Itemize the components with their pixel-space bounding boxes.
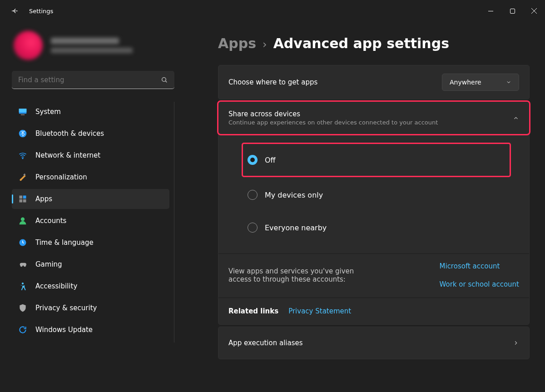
nav-item-update[interactable]: Windows Update	[12, 320, 169, 340]
nav-item-gaming[interactable]: Gaming	[12, 254, 169, 274]
maximize-button[interactable]	[501, 4, 523, 18]
link-work-school-account[interactable]: Work or school account	[440, 280, 519, 288]
nav-label: Windows Update	[35, 326, 93, 334]
nav-label: Accessibility	[35, 282, 77, 290]
brush-icon	[18, 173, 27, 182]
system-icon	[18, 107, 27, 116]
maximize-icon	[510, 9, 515, 14]
shield-icon	[18, 303, 27, 313]
radio-indicator	[248, 155, 258, 165]
profile-block[interactable]	[9, 22, 174, 71]
chevron-down-icon	[506, 79, 511, 85]
related-links-label: Related links	[228, 307, 278, 315]
profile-email	[51, 48, 133, 53]
search-input[interactable]	[18, 76, 161, 84]
radio-indicator	[248, 190, 258, 200]
arrow-left-icon	[10, 7, 19, 15]
share-across-subtitle: Continue app experiences on other device…	[228, 119, 505, 126]
nav-item-accessibility[interactable]: Accessibility	[12, 276, 169, 296]
radio-my-devices[interactable]: My devices only	[244, 180, 327, 210]
share-across-header[interactable]: Share across devices Continue app experi…	[218, 102, 529, 134]
window-title: Settings	[29, 8, 53, 15]
svg-rect-7	[19, 109, 27, 112]
nav-label: Time & language	[35, 238, 94, 247]
choose-apps-title: Choose where to get apps	[228, 78, 434, 86]
page-title: Advanced app settings	[273, 35, 449, 51]
radio-everyone-nearby[interactable]: Everyone nearby	[244, 213, 330, 243]
sidebar: System Bluetooth & devices Network & int…	[0, 22, 177, 392]
minimize-icon	[488, 9, 493, 14]
svg-rect-12	[20, 196, 23, 199]
clock-icon	[18, 238, 27, 247]
svg-rect-15	[23, 199, 26, 203]
nav-label: Apps	[35, 195, 52, 203]
nav-item-privacy[interactable]: Privacy & security	[12, 298, 169, 318]
share-across-radios: Off My devices only Everyone nearby	[218, 134, 529, 253]
breadcrumb-root[interactable]: Apps	[218, 35, 256, 51]
titlebar: Settings	[0, 0, 545, 22]
nav-item-accounts[interactable]: Accounts	[12, 211, 169, 231]
svg-rect-13	[23, 196, 26, 199]
nav-item-system[interactable]: System	[12, 102, 169, 122]
svg-point-10	[22, 158, 23, 159]
nav-label: Personalization	[35, 173, 87, 181]
link-microsoft-account[interactable]: Microsoft account	[440, 262, 519, 270]
close-button[interactable]	[523, 4, 545, 18]
execution-aliases-title: App execution aliases	[228, 339, 505, 347]
update-icon	[18, 325, 27, 334]
nav-list: System Bluetooth & devices Network & int…	[9, 102, 174, 342]
wifi-icon	[18, 151, 27, 160]
nav-item-time[interactable]: Time & language	[12, 233, 169, 253]
svg-rect-8	[21, 114, 25, 115]
chevron-up-icon	[513, 115, 519, 121]
accounts-access-label: View apps and services you've given acce…	[228, 267, 369, 283]
radio-off[interactable]: Off	[244, 145, 279, 175]
radio-label: Off	[265, 156, 276, 164]
chevron-right-icon	[513, 340, 519, 346]
svg-point-4	[162, 77, 166, 81]
avatar	[14, 31, 43, 60]
nav-item-personalization[interactable]: Personalization	[12, 167, 169, 187]
svg-line-5	[165, 81, 167, 82]
minimize-button[interactable]	[480, 4, 501, 18]
panel-execution-aliases[interactable]: App execution aliases	[218, 327, 530, 359]
svg-point-18	[22, 283, 24, 284]
back-button[interactable]	[0, 0, 29, 22]
share-across-title: Share across devices	[228, 110, 505, 118]
nav-label: Network & internet	[35, 151, 100, 159]
choose-apps-select[interactable]: Anywhere	[442, 74, 519, 91]
gamepad-icon	[18, 260, 27, 269]
nav-label: Bluetooth & devices	[35, 129, 104, 138]
profile-name	[51, 38, 119, 44]
accounts-access-row: View apps and services you've given acce…	[218, 253, 529, 298]
nav-item-network[interactable]: Network & internet	[12, 145, 169, 165]
related-links-row: Related links Privacy Statement	[218, 298, 529, 324]
close-icon	[531, 8, 537, 14]
nav-label: Gaming	[35, 260, 62, 268]
nav-item-bluetooth[interactable]: Bluetooth & devices	[12, 124, 169, 144]
breadcrumb: Apps › Advanced app settings	[218, 35, 530, 51]
nav-label: System	[35, 108, 61, 116]
profile-text	[51, 38, 133, 53]
main-content: Apps › Advanced app settings Choose wher…	[177, 22, 545, 392]
panel-choose-apps: Choose where to get apps Anywhere	[218, 65, 530, 99]
search-box[interactable]	[12, 71, 174, 89]
radio-indicator	[248, 223, 258, 233]
chevron-right-icon: ›	[263, 38, 267, 51]
radio-label: Everyone nearby	[265, 223, 327, 232]
panel-share-across: Share across devices Continue app experi…	[218, 101, 530, 325]
nav-label: Privacy & security	[35, 304, 97, 312]
apps-icon	[18, 194, 27, 203]
link-privacy-statement[interactable]: Privacy Statement	[288, 307, 351, 315]
search-icon	[161, 76, 168, 84]
radio-label: My devices only	[265, 191, 323, 199]
svg-rect-1	[510, 9, 515, 13]
bluetooth-icon	[18, 129, 27, 138]
svg-rect-14	[20, 199, 23, 203]
user-icon	[18, 216, 27, 225]
accessibility-icon	[18, 282, 27, 291]
nav-item-apps[interactable]: Apps	[12, 189, 169, 209]
svg-point-16	[21, 218, 25, 221]
choose-apps-value: Anywhere	[450, 79, 481, 86]
nav-label: Accounts	[35, 217, 66, 225]
